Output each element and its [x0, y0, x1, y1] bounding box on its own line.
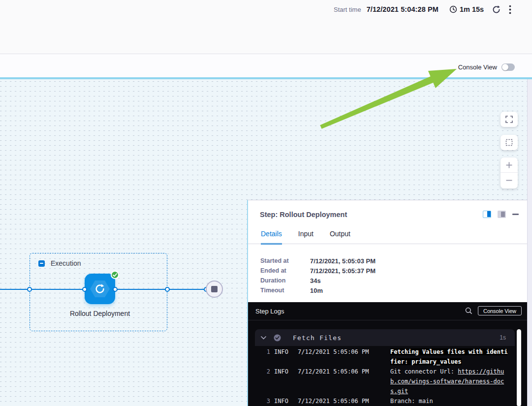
log-group-fetch-files[interactable]: Fetch Files 1s	[255, 329, 515, 346]
detail-row-started-at: Started at 7/12/2021, 5:05:03 PM	[260, 256, 376, 266]
split-view-right-icon	[498, 211, 506, 218]
log-timestamp: 7/12/2021 5:05:06 PM	[298, 367, 390, 376]
log-line-1: 1 INFO 7/12/2021 5:05:06 PM Fetching Val…	[255, 347, 515, 367]
log-message-text: Git connector Url:	[390, 368, 458, 375]
top-header: Start time 7/12/2021 5:04:28 PM 1m 15s	[0, 0, 532, 54]
execution-toolbar: Console View	[0, 55, 532, 79]
step-logs-header: Step Logs Console View	[248, 302, 532, 320]
success-check-icon	[111, 271, 119, 279]
panel-tabs: Details Input Output	[261, 230, 350, 245]
search-icon	[465, 307, 472, 314]
refresh-icon	[492, 5, 501, 14]
page-scrollbar-track[interactable]	[527, 79, 532, 406]
tab-input[interactable]: Input	[298, 230, 313, 245]
fullscreen-icon	[505, 116, 513, 123]
log-message: Branch: main	[390, 396, 508, 406]
start-time-info: Start time 7/12/2021 5:04:28 PM 1m 15s	[334, 5, 484, 13]
zoom-in-button[interactable]	[501, 157, 518, 173]
minus-icon	[505, 177, 513, 184]
more-options-button[interactable]	[509, 5, 511, 14]
details-table: Started at 7/12/2021, 5:05:03 PM Ended a…	[260, 256, 376, 295]
refresh-button[interactable]	[492, 5, 501, 14]
rollout-icon	[94, 283, 106, 295]
toggle-knob	[502, 64, 508, 70]
detail-label: Duration	[260, 277, 310, 284]
fullscreen-button[interactable]	[501, 112, 518, 127]
chevron-down-icon	[261, 336, 266, 340]
stop-square-icon	[211, 286, 218, 292]
kebab-menu-icon	[509, 5, 511, 14]
step-success-icon	[274, 334, 281, 342]
zoom-controls	[501, 157, 518, 188]
log-level: INFO	[274, 396, 298, 406]
log-message: Fetching Values files with identifier: p…	[390, 347, 508, 367]
log-message-highlight: Fetching Values files with identifier: p…	[390, 348, 507, 365]
detail-row-timeout: Timeout 10m	[260, 285, 376, 295]
execution-group-label: Execution	[51, 259, 81, 267]
detail-value: 7/12/2021, 5:05:37 PM	[310, 267, 376, 275]
execution-group-header: Execution	[38, 259, 81, 267]
port-group-out	[165, 287, 170, 292]
detail-label: Started at	[260, 257, 310, 264]
detail-label: Ended at	[260, 267, 310, 274]
log-scrollbar-thumb[interactable]	[517, 329, 521, 406]
tabs-divider	[248, 244, 532, 244]
log-line-number: 3	[255, 396, 270, 406]
panel-title: Step: Rollout Deployment	[260, 211, 347, 219]
console-view-label: Console View	[458, 63, 497, 71]
tab-output[interactable]: Output	[330, 230, 350, 245]
port-group-in	[27, 287, 32, 292]
split-view-left-icon	[483, 211, 491, 218]
log-line-2: 2 INFO 7/12/2021 5:05:06 PM Git connecto…	[255, 367, 515, 396]
log-lines: 1 INFO 7/12/2021 5:05:06 PM Fetching Val…	[255, 347, 515, 406]
panel-actions	[483, 211, 519, 218]
detail-value: 10m	[310, 287, 323, 294]
collapse-group-button[interactable]	[38, 260, 45, 267]
port-node-out	[113, 287, 118, 292]
split-view-right-button[interactable]	[498, 211, 506, 218]
plus-icon	[505, 161, 513, 169]
log-line-3: 3 INFO 7/12/2021 5:05:06 PM Branch: main	[255, 396, 515, 406]
step-logs-section: Step Logs Console View Fetch Files 1s 1 …	[248, 302, 532, 406]
split-view-left-button[interactable]	[483, 211, 491, 218]
header-actions	[492, 5, 511, 14]
detail-value: 7/12/2021, 5:05:03 PM	[310, 257, 376, 265]
minimize-panel-button[interactable]	[512, 214, 519, 215]
log-level: INFO	[274, 367, 298, 376]
log-timestamp: 7/12/2021 5:05:06 PM	[298, 347, 390, 357]
zoom-out-button[interactable]	[501, 173, 518, 188]
detail-row-duration: Duration 34s	[260, 276, 376, 285]
stop-node[interactable]	[206, 281, 223, 298]
log-level: INFO	[274, 347, 298, 357]
log-group-duration: 1s	[500, 334, 506, 341]
tab-details[interactable]: Details	[261, 230, 282, 245]
logs-console-view-button[interactable]: Console View	[478, 306, 522, 315]
step-logs-title: Step Logs	[255, 308, 284, 315]
log-group-name: Fetch Files	[293, 334, 342, 342]
log-line-number: 2	[255, 367, 270, 376]
elapsed-value: 1m 15s	[460, 5, 484, 13]
log-message: Git connector Url: https://github.com/wi…	[390, 367, 508, 396]
start-time-value: 7/12/2021 5:04:28 PM	[367, 5, 438, 13]
detail-value: 34s	[310, 277, 321, 284]
start-time-label: Start time	[334, 6, 361, 13]
node-label: Rollout Deployment	[65, 308, 134, 319]
rollout-deployment-node[interactable]	[85, 274, 115, 304]
detail-row-ended-at: Ended at 7/12/2021, 5:05:37 PM	[260, 266, 376, 276]
fit-to-screen-icon	[505, 139, 513, 146]
fit-to-screen-button[interactable]	[501, 135, 518, 150]
log-timestamp: 7/12/2021 5:05:06 PM	[298, 396, 390, 406]
log-search-button[interactable]	[465, 307, 472, 314]
clock-icon	[449, 5, 460, 13]
console-view-toggle[interactable]	[501, 63, 515, 71]
elapsed-time: 1m 15s	[449, 5, 484, 13]
console-view-toggle-group: Console View	[458, 63, 515, 71]
minimize-icon	[512, 214, 519, 215]
port-node-in	[82, 287, 87, 292]
detail-label: Timeout	[260, 287, 310, 294]
step-details-panel: Step: Rollout Deployment Details Input O…	[247, 200, 532, 406]
log-line-number: 1	[255, 347, 270, 357]
